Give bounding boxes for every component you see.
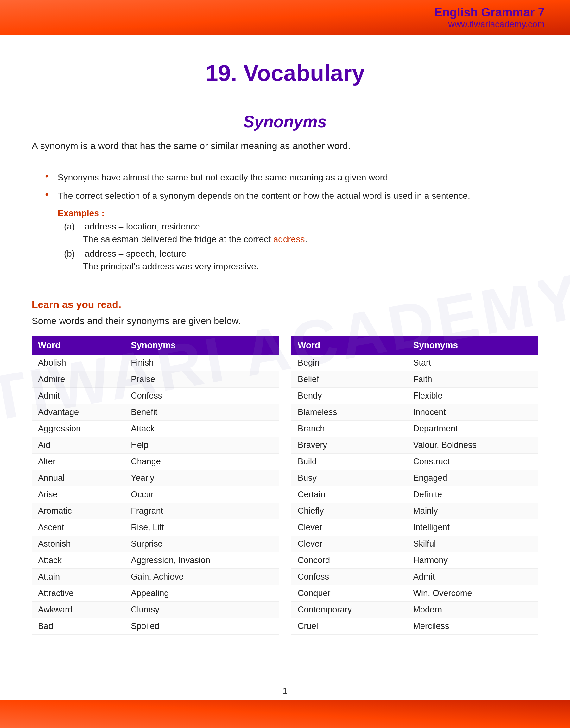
table-row: AwkwardClumsy — [32, 602, 279, 618]
synonym-cell: Clumsy — [124, 602, 279, 618]
word-cell: Bravery — [291, 437, 406, 454]
synonym-cell: Valour, Boldness — [406, 437, 538, 454]
table-row: BadSpoiled — [32, 618, 279, 635]
synonym-cell: Attack — [124, 421, 279, 437]
table-row: AnnualYearly — [32, 470, 279, 487]
synonym-cell: Admit — [406, 569, 538, 585]
info-item-2: The correct selection of a synonym depen… — [45, 189, 525, 202]
synonym-cell: Skilful — [406, 536, 538, 552]
examples-label: Examples : — [58, 208, 525, 218]
vocab-table-left: Word Synonyms AbolishFinishAdmirePraiseA… — [32, 336, 279, 635]
synonym-cell: Rise, Lift — [124, 520, 279, 536]
word-cell: Clever — [291, 520, 406, 536]
synonym-cell: Definite — [406, 487, 538, 503]
table-row: AggressionAttack — [32, 421, 279, 437]
synonym-cell: Occur — [124, 487, 279, 503]
synonym-cell: Help — [124, 437, 279, 454]
top-bar: English Grammar 7 www.tiwariacademy.com — [0, 0, 570, 35]
synonym-cell: Department — [406, 421, 538, 437]
table-row: ContemporaryModern — [291, 602, 538, 618]
example-b-sentence: The principal's address was very impress… — [83, 261, 525, 271]
table-row: AdmirePraise — [32, 371, 279, 388]
chapter-divider — [32, 96, 538, 96]
word-cell: Abolish — [32, 355, 124, 371]
synonym-cell: Surprise — [124, 536, 279, 552]
table-row: CertainDefinite — [291, 487, 538, 503]
info-list: Synonyms have almost the same but not ex… — [45, 171, 525, 202]
definition-text: A synonym is a word that has the same or… — [32, 140, 538, 151]
synonyms-heading: Synonyms — [32, 112, 538, 131]
synonym-cell: Finish — [124, 355, 279, 371]
learn-subtext: Some words and their synonyms are given … — [32, 315, 538, 326]
table-row: BraveryValour, Boldness — [291, 437, 538, 454]
table-row: ConquerWin, Overcome — [291, 585, 538, 602]
synonym-cell: Intelligent — [406, 520, 538, 536]
right-col2-header: Synonyms — [406, 336, 538, 355]
example-a-item: (a) address – location, residence — [64, 221, 525, 232]
table-row: AscentRise, Lift — [32, 520, 279, 536]
synonym-cell: Spoiled — [124, 618, 279, 635]
table-row: BlamelessInnocent — [291, 404, 538, 421]
word-cell: Attack — [32, 552, 124, 569]
header-branding: English Grammar 7 www.tiwariacademy.com — [435, 6, 545, 29]
right-col1-header: Word — [291, 336, 406, 355]
synonym-cell: Innocent — [406, 404, 538, 421]
synonym-cell: Benefit — [124, 404, 279, 421]
left-col2-header: Synonyms — [124, 336, 279, 355]
word-cell: Busy — [291, 470, 406, 487]
example-b-item: (b) address – speech, lecture — [64, 249, 525, 259]
synonym-cell: Mainly — [406, 503, 538, 520]
word-cell: Confess — [291, 569, 406, 585]
table-row: AdmitConfess — [32, 388, 279, 404]
table-row: ConfessAdmit — [291, 569, 538, 585]
vocab-table-right: Word Synonyms BeginStartBeliefFaithBendy… — [291, 336, 538, 635]
word-cell: Arise — [32, 487, 124, 503]
synonym-cell: Harmony — [406, 552, 538, 569]
chapter-title: 19. Vocabulary — [32, 60, 538, 86]
word-cell: Contemporary — [291, 602, 406, 618]
example-a-text: address – location, residence — [84, 221, 200, 231]
word-cell: Clever — [291, 536, 406, 552]
table-row: BeliefFaith — [291, 371, 538, 388]
synonym-cell: Gain, Achieve — [124, 569, 279, 585]
word-cell: Concord — [291, 552, 406, 569]
word-cell: Admire — [32, 371, 124, 388]
left-col1-header: Word — [32, 336, 124, 355]
table-row: AttackAggression, Invasion — [32, 552, 279, 569]
synonym-cell: Flexible — [406, 388, 538, 404]
info-item-1: Synonyms have almost the same but not ex… — [45, 171, 525, 184]
main-content: TIWARI ACADEMY 19. Vocabulary Synonyms A… — [0, 35, 570, 660]
example-a-highlight: address — [273, 234, 305, 244]
synonym-cell: Confess — [124, 388, 279, 404]
table-row: BeginStart — [291, 355, 538, 371]
table-row: BranchDepartment — [291, 421, 538, 437]
table-row: AriseOccur — [32, 487, 279, 503]
word-cell: Blameless — [291, 404, 406, 421]
table-row: AlterChange — [32, 454, 279, 470]
synonym-cell: Engaged — [406, 470, 538, 487]
brand-title: English Grammar 7 — [435, 6, 545, 19]
word-cell: Astonish — [32, 536, 124, 552]
table-row: AromaticFragrant — [32, 503, 279, 520]
example-a-sentence: The salesman delivered the fridge at the… — [83, 234, 525, 244]
word-cell: Admit — [32, 388, 124, 404]
table-row: AttainGain, Achieve — [32, 569, 279, 585]
word-cell: Belief — [291, 371, 406, 388]
synonym-cell: Win, Overcome — [406, 585, 538, 602]
word-cell: Attain — [32, 569, 124, 585]
word-cell: Aid — [32, 437, 124, 454]
table-row: AstonishSurprise — [32, 536, 279, 552]
word-cell: Chiefly — [291, 503, 406, 520]
word-cell: Alter — [32, 454, 124, 470]
word-cell: Branch — [291, 421, 406, 437]
table-row: AdvantageBenefit — [32, 404, 279, 421]
synonym-cell: Appealing — [124, 585, 279, 602]
table-row: BusyEngaged — [291, 470, 538, 487]
table-row: BendyFlexible — [291, 388, 538, 404]
synonym-cell: Aggression, Invasion — [124, 552, 279, 569]
example-a-sentence-before: The salesman delivered the fridge at the… — [83, 234, 273, 244]
synonym-cell: Yearly — [124, 470, 279, 487]
word-cell: Aggression — [32, 421, 124, 437]
synonym-cell: Start — [406, 355, 538, 371]
table-row: AidHelp — [32, 437, 279, 454]
